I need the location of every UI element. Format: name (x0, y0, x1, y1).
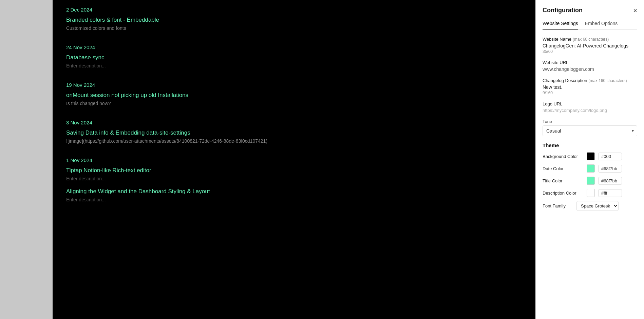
website-url-section: Website URL www.changeloggen.com (543, 60, 637, 72)
background-color-row: Background Color #000 (543, 152, 637, 160)
changelog-entry: Aligning the Widget and the Dashboard St… (66, 188, 522, 202)
changelog-group: 1 Nov 2024Tiptap Notion-like Rich-text e… (66, 157, 522, 202)
main-content: 2 Dec 2024Branded colors & font - Embedd… (53, 0, 535, 319)
tone-section: Tone Casual Professional Formal Friendly… (543, 119, 637, 136)
theme-title: Theme (543, 142, 637, 148)
website-url-value: www.changeloggen.com (543, 66, 637, 72)
changelog-description: Enter description... (66, 197, 522, 202)
changelog-title[interactable]: Branded colors & font - Embeddable (66, 17, 522, 23)
theme-section: Theme Background Color #000 Date Color #… (543, 142, 637, 211)
logo-url-section: Logo URL https://mycompany.com/logo.png (543, 101, 637, 113)
changelog-description-section: Changelog Description (max 160 character… (543, 78, 637, 95)
title-color-value: #68f7bb (598, 177, 622, 185)
date-color-row: Date Color #68f7bb (543, 164, 637, 173)
changelog-title[interactable]: Tiptap Notion-like Rich-text editor (66, 167, 522, 174)
changelog-entry: Tiptap Notion-like Rich-text editorEnter… (66, 167, 522, 181)
changelog-title[interactable]: onMount session not picking up old Insta… (66, 92, 522, 99)
changelog-description: Enter description... (66, 176, 522, 181)
config-tabs: Website Settings Embed Options (543, 21, 637, 30)
changelog-date: 2 Dec 2024 (66, 7, 522, 13)
date-color-swatch[interactable] (587, 164, 595, 173)
date-color-value: #68f7bb (598, 165, 622, 173)
background-color-swatch[interactable] (587, 152, 595, 160)
tone-select[interactable]: Casual Professional Formal Friendly (543, 125, 637, 136)
changelog-description: Customized colors and fonts (66, 25, 522, 31)
changelog-group: 24 Nov 2024Database syncEnter descriptio… (66, 44, 522, 68)
font-family-row: Font Family Space Grotesk Inter Roboto O… (543, 201, 637, 211)
config-header: Configuration × (543, 7, 637, 14)
changelog-date: 1 Nov 2024 (66, 157, 522, 163)
changelog-description: Enter description... (66, 63, 522, 68)
logo-url-placeholder: https://mycompany.com/logo.png (543, 108, 637, 113)
tone-label: Tone (543, 119, 637, 124)
changelog-entry: Saving Data info & Embedding data-site-s… (66, 129, 522, 144)
tab-embed-options[interactable]: Embed Options (585, 21, 618, 29)
changelog-description-counter: 9/160 (543, 91, 637, 95)
font-family-select[interactable]: Space Grotesk Inter Roboto Open Sans (576, 201, 619, 211)
changelog-group: 19 Nov 2024onMount session not picking u… (66, 82, 522, 106)
changelog-date: 24 Nov 2024 (66, 44, 522, 50)
title-color-swatch[interactable] (587, 177, 595, 185)
changelog-title[interactable]: Aligning the Widget and the Dashboard St… (66, 188, 522, 195)
changelog-group: 2 Dec 2024Branded colors & font - Embedd… (66, 7, 522, 31)
changelog-entry: Branded colors & font - EmbeddableCustom… (66, 17, 522, 31)
description-color-value: #fff (598, 189, 622, 197)
background-color-label: Background Color (543, 154, 583, 159)
changelog-date: 3 Nov 2024 (66, 120, 522, 125)
website-name-section: Website Name (max 60 characters) Changel… (543, 37, 637, 54)
changelog-description: ![image](https://github.com/user-attachm… (66, 138, 522, 144)
changelog-title[interactable]: Database sync (66, 54, 522, 61)
changelog-entry: onMount session not picking up old Insta… (66, 92, 522, 106)
tab-website-settings[interactable]: Website Settings (543, 21, 578, 29)
font-family-label: Font Family (543, 203, 573, 208)
website-name-label: Website Name (max 60 characters) (543, 37, 637, 42)
changelog-title[interactable]: Saving Data info & Embedding data-site-s… (66, 129, 522, 136)
logo-url-label: Logo URL (543, 101, 637, 106)
date-color-label: Date Color (543, 166, 583, 171)
config-panel: Configuration × Website Settings Embed O… (535, 0, 644, 319)
tone-select-wrapper: Casual Professional Formal Friendly ▾ (543, 125, 637, 136)
title-color-label: Title Color (543, 178, 583, 183)
background-color-value: #000 (598, 153, 622, 160)
description-color-label: Description Color (543, 191, 583, 196)
description-color-row: Description Color #fff (543, 189, 637, 197)
website-name-value: ChangelogGen: AI-Powered Changelogs (543, 43, 637, 48)
description-color-swatch[interactable] (587, 189, 595, 197)
title-color-row: Title Color #68f7bb (543, 177, 637, 185)
website-name-counter: 35/60 (543, 49, 637, 54)
website-url-label: Website URL (543, 60, 637, 65)
changelog-group: 3 Nov 2024Saving Data info & Embedding d… (66, 120, 522, 144)
changelog-description-label: Changelog Description (max 160 character… (543, 78, 637, 83)
changelog-description: Is this changed now? (66, 101, 522, 106)
sidebar (0, 0, 53, 319)
close-button[interactable]: × (633, 7, 637, 14)
changelog-entry: Database syncEnter description... (66, 54, 522, 68)
changelog-description-value: New test. (543, 84, 637, 90)
config-title: Configuration (543, 7, 583, 14)
changelog-date: 19 Nov 2024 (66, 82, 522, 88)
